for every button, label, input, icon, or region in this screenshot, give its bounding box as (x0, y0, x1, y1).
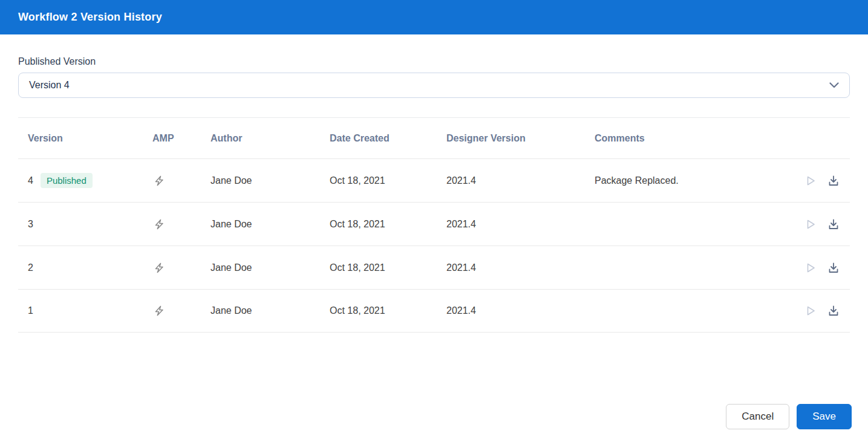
column-header-comments: Comments (595, 133, 780, 144)
version-number: 3 (28, 219, 33, 230)
play-icon[interactable] (804, 174, 817, 187)
dialog-footer: Cancel Save (726, 404, 852, 429)
version-number: 4 (28, 175, 33, 186)
date-created-cell: Oct 18, 2021 (330, 175, 446, 186)
lightning-icon (152, 304, 210, 317)
play-icon[interactable] (804, 261, 817, 275)
row-actions (780, 304, 840, 317)
download-icon[interactable] (827, 174, 840, 187)
column-header-author: Author (210, 133, 330, 144)
lightning-icon (152, 174, 210, 187)
version-cell: 3 (28, 219, 152, 230)
table-row: 3 Jane Doe Oct 18, 2021 2021.4 (18, 202, 850, 246)
lightning-icon (152, 261, 210, 275)
dialog-body: Published Version Version 4 Version AMP … (0, 56, 868, 333)
version-cell: 1 (28, 305, 152, 316)
row-actions (780, 174, 840, 187)
amp-cell (152, 261, 210, 275)
published-version-label: Published Version (18, 56, 850, 67)
date-created-cell: Oct 18, 2021 (330, 219, 446, 230)
published-badge: Published (41, 173, 93, 188)
download-icon[interactable] (827, 304, 840, 317)
play-icon[interactable] (804, 218, 817, 231)
author-cell: Jane Doe (210, 219, 330, 230)
version-number: 1 (28, 305, 33, 316)
amp-cell (152, 218, 210, 231)
dialog-titlebar: Workflow 2 Version History (0, 0, 868, 34)
row-actions (780, 261, 840, 275)
dialog-title: Workflow 2 Version History (18, 11, 162, 24)
published-version-select[interactable]: Version 4 (18, 73, 850, 98)
column-header-designer-version: Designer Version (446, 133, 595, 144)
version-cell: 4 Published (28, 173, 152, 188)
author-cell: Jane Doe (210, 262, 330, 273)
amp-cell (152, 304, 210, 317)
author-cell: Jane Doe (210, 305, 330, 316)
designer-version-cell: 2021.4 (446, 219, 595, 230)
date-created-cell: Oct 18, 2021 (330, 262, 446, 273)
table-row: 4 Published Jane Doe Oct 18, 2021 2021.4… (18, 158, 850, 202)
column-header-version: Version (28, 133, 152, 144)
comments-cell: Package Replaced. (595, 175, 780, 186)
author-cell: Jane Doe (210, 175, 330, 186)
chevron-down-icon (829, 82, 839, 88)
download-icon[interactable] (827, 218, 840, 231)
table-header-row: Version AMP Author Date Created Designer… (18, 118, 850, 158)
table-row: 2 Jane Doe Oct 18, 2021 2021.4 (18, 246, 850, 289)
play-icon[interactable] (804, 304, 817, 317)
column-header-amp: AMP (152, 133, 210, 144)
version-number: 2 (28, 262, 33, 273)
version-history-table: Version AMP Author Date Created Designer… (18, 118, 850, 333)
lightning-icon (152, 218, 210, 231)
table-row: 1 Jane Doe Oct 18, 2021 2021.4 (18, 289, 850, 333)
version-cell: 2 (28, 262, 152, 273)
row-actions (780, 218, 840, 231)
designer-version-cell: 2021.4 (446, 262, 595, 273)
published-version-selected-value: Version 4 (29, 80, 70, 91)
save-button[interactable]: Save (797, 404, 852, 429)
amp-cell (152, 174, 210, 187)
date-created-cell: Oct 18, 2021 (330, 305, 446, 316)
designer-version-cell: 2021.4 (446, 175, 595, 186)
column-header-date-created: Date Created (330, 133, 446, 144)
download-icon[interactable] (827, 261, 840, 275)
table-body: 4 Published Jane Doe Oct 18, 2021 2021.4… (18, 158, 850, 333)
designer-version-cell: 2021.4 (446, 305, 595, 316)
cancel-button[interactable]: Cancel (726, 404, 789, 429)
